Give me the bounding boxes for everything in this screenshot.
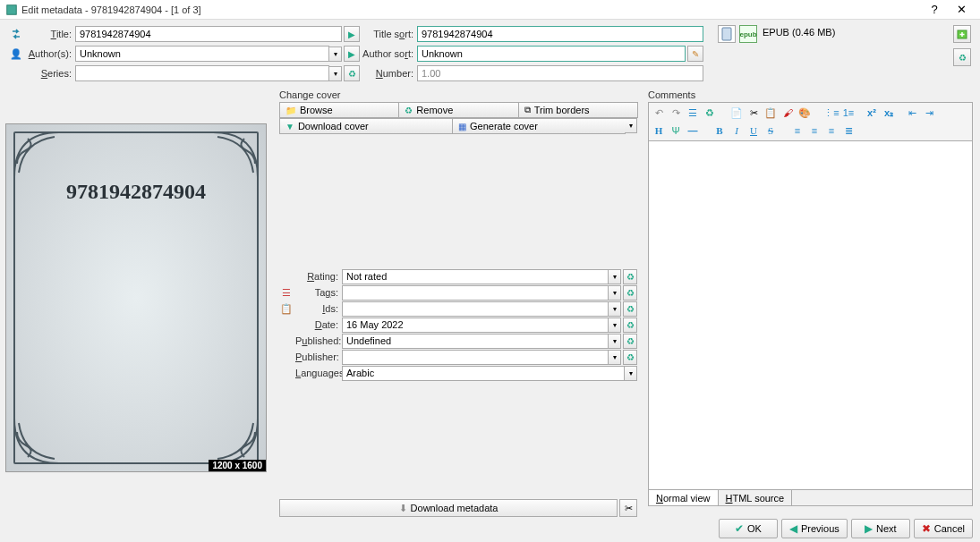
publisher-input[interactable] [342, 350, 609, 365]
series-input[interactable] [75, 65, 329, 81]
author-action-button[interactable]: ▶ [344, 46, 360, 62]
rating-reset-button[interactable]: ♻ [623, 269, 637, 284]
browse-cover-button[interactable]: 📁Browse [279, 102, 399, 118]
author-sort-input[interactable] [417, 46, 686, 62]
cover-dimensions: 1200 x 1600 [209, 460, 266, 471]
indent-icon[interactable]: ⇥ [921, 105, 937, 121]
cover-text: 9781942874904 [6, 180, 266, 204]
paste-icon[interactable]: 📋 [763, 105, 779, 121]
cover-image[interactable]: 9781942874904 1200 x 1600 [5, 123, 267, 472]
strike-icon[interactable]: S [763, 123, 779, 139]
rating-input[interactable] [342, 269, 609, 284]
date-reset-button[interactable]: ♻ [623, 318, 637, 333]
number-input[interactable] [417, 65, 703, 81]
subscript-icon[interactable]: x₂ [881, 105, 897, 121]
languages-label: Languages: [295, 368, 342, 378]
undo-icon[interactable]: ↶ [651, 105, 667, 121]
author-label: Author(s): [25, 48, 75, 59]
series-clear-button[interactable]: ♻ [344, 65, 360, 81]
align-right-icon[interactable]: ≡ [823, 123, 839, 139]
ids-label: Ids: [295, 303, 342, 314]
date-dropdown[interactable]: ▾ [609, 318, 621, 333]
tags-edit-icon[interactable]: ☰ [279, 285, 294, 301]
download-metadata-config-button[interactable]: ✂ [619, 499, 637, 517]
rating-dropdown[interactable]: ▾ [609, 269, 621, 284]
cut-icon[interactable]: ✂ [746, 105, 762, 121]
date-input[interactable] [342, 318, 609, 333]
title-sort-input[interactable] [417, 26, 703, 42]
list-bullet-icon[interactable]: ⋮≡ [823, 105, 839, 121]
languages-input[interactable] [342, 366, 625, 381]
copy-icon[interactable]: 📄 [729, 105, 745, 121]
generate-cover-dropdown[interactable]: ▾ [625, 118, 637, 133]
author-icon: 👤 [9, 47, 23, 61]
remove-format-icon[interactable]: ♻ [702, 105, 718, 121]
publisher-reset-button[interactable]: ♻ [623, 350, 637, 365]
redo-icon[interactable]: ↷ [668, 105, 684, 121]
comments-label: Comments [648, 89, 973, 100]
remove-cover-button[interactable]: ♻Remove [398, 102, 518, 118]
tags-dropdown[interactable]: ▾ [609, 285, 621, 301]
next-button[interactable]: ▶Next [851, 519, 910, 538]
book-icon[interactable] [718, 25, 736, 43]
window-title: Edit metadata - 9781942874904 - [1 of 3] [21, 4, 921, 15]
cancel-button[interactable]: ✖Cancel [914, 519, 973, 538]
align-center-icon[interactable]: ≡ [806, 123, 822, 139]
title-label: Title: [25, 29, 75, 39]
hr-icon[interactable]: — [685, 123, 701, 139]
tags-reset-button[interactable]: ♻ [623, 285, 637, 301]
underline-icon[interactable]: U [746, 123, 762, 139]
trim-borders-button[interactable]: ⧉Trim borders [518, 102, 638, 118]
help-button[interactable]: ? [921, 3, 948, 16]
background-icon[interactable]: 🎨 [797, 105, 813, 121]
author-dropdown[interactable]: ▾ [329, 47, 342, 62]
ids-dropdown[interactable]: ▾ [609, 301, 621, 317]
list-number-icon[interactable]: 1≡ [840, 105, 856, 121]
outdent-icon[interactable]: ⇤ [904, 105, 920, 121]
add-format-button[interactable] [953, 25, 971, 43]
ok-button[interactable]: ✔OK [719, 519, 778, 538]
tab-normal-view[interactable]: Normal view [649, 490, 719, 505]
title-action-button[interactable]: ▶ [344, 26, 360, 42]
published-input[interactable] [342, 334, 609, 349]
date-label: Date: [295, 319, 342, 330]
select-all-icon[interactable]: ☰ [685, 105, 701, 121]
heading-icon[interactable]: H [651, 123, 667, 139]
previous-button[interactable]: ◀Previous [781, 519, 848, 538]
epub-format-icon[interactable]: epub [739, 25, 757, 43]
series-dropdown[interactable]: ▾ [329, 66, 342, 81]
download-cover-button[interactable]: ▼Download cover [279, 118, 453, 134]
change-cover-label: Change cover [279, 89, 637, 100]
align-left-icon[interactable]: ≡ [789, 123, 805, 139]
arrow-right-icon: ▶ [865, 522, 873, 535]
author-input[interactable] [75, 46, 329, 62]
swap-title-author-icon[interactable] [9, 27, 23, 41]
generate-cover-button[interactable]: ▦Generate cover [452, 118, 626, 134]
tab-html-source[interactable]: HTML source [719, 490, 793, 505]
author-sort-edit-button[interactable]: ✎ [687, 46, 703, 62]
color-icon[interactable]: 🖌 [780, 105, 796, 121]
svg-rect-1 [722, 28, 731, 40]
title-sort-label: Title sort: [362, 29, 417, 39]
download-icon: ▼ [285, 122, 294, 131]
align-justify-icon[interactable]: ≣ [840, 123, 856, 139]
title-input[interactable] [75, 26, 342, 42]
comments-toolbar: ↶ ↷ ☰ ♻ 📄 ✂ 📋 🖌 🎨 ⋮≡ 1≡ x² x₂ ⇤ ⇥ H Ψ — … [648, 102, 973, 141]
link-icon[interactable]: Ψ [668, 123, 684, 139]
ids-reset-button[interactable]: ♻ [623, 301, 637, 317]
published-reset-button[interactable]: ♻ [623, 334, 637, 349]
recycle-format-button[interactable]: ♻ [953, 48, 971, 66]
italic-icon[interactable]: I [729, 123, 745, 139]
close-button[interactable]: ✕ [948, 3, 975, 16]
ids-input[interactable] [342, 301, 609, 317]
bold-icon[interactable]: B [712, 123, 728, 139]
tags-input[interactable] [342, 285, 609, 301]
comments-editor[interactable] [648, 141, 973, 490]
download-metadata-button[interactable]: ⬇ Download metadata [279, 499, 618, 517]
title-bar: Edit metadata - 9781942874904 - [1 of 3]… [0, 0, 980, 20]
publisher-dropdown[interactable]: ▾ [609, 350, 621, 365]
superscript-icon[interactable]: x² [864, 105, 880, 121]
published-dropdown[interactable]: ▾ [609, 334, 621, 349]
languages-dropdown[interactable]: ▾ [625, 366, 637, 381]
ids-paste-icon[interactable]: 📋 [279, 301, 294, 317]
